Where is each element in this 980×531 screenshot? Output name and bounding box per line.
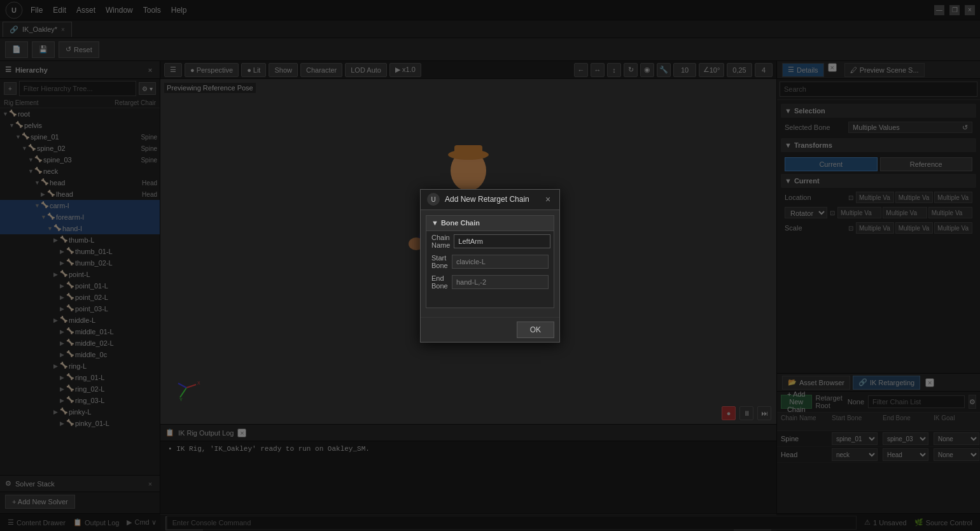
chain-name-input[interactable] <box>454 234 550 248</box>
modal-logo: U <box>427 193 440 206</box>
end-bone-input[interactable] <box>452 275 549 289</box>
chain-name-row: Chain Name <box>426 231 554 251</box>
modal-dialog: U Add New Retarget Chain × ▼ Bone Chain … <box>420 189 560 343</box>
modal-overlay: U Add New Retarget Chain × ▼ Bone Chain … <box>0 0 980 531</box>
modal-body: ▼ Bone Chain Chain Name Start Bone End B… <box>421 210 559 317</box>
chain-name-label: Chain Name <box>431 234 450 249</box>
start-bone-row: Start Bone <box>426 251 554 272</box>
modal-title-bar: U Add New Retarget Chain × <box>421 190 559 210</box>
bone-chain-header: ▼ Bone Chain <box>426 216 554 231</box>
start-bone-label: Start Bone <box>431 254 448 269</box>
modal-title-text: Add New Retarget Chain <box>445 195 538 204</box>
modal-footer: OK <box>421 317 559 342</box>
end-bone-row: End Bone <box>426 272 554 292</box>
bone-chain-section: ▼ Bone Chain Chain Name Start Bone End B… <box>426 215 554 308</box>
modal-close-button[interactable]: × <box>543 194 553 204</box>
bone-chain-label: Bone Chain <box>441 219 480 227</box>
modal-ok-button[interactable]: OK <box>517 322 554 338</box>
end-bone-label: End Bone <box>431 274 448 290</box>
start-bone-input[interactable] <box>452 255 549 269</box>
bone-chain-expand-icon: ▼ <box>431 219 438 227</box>
